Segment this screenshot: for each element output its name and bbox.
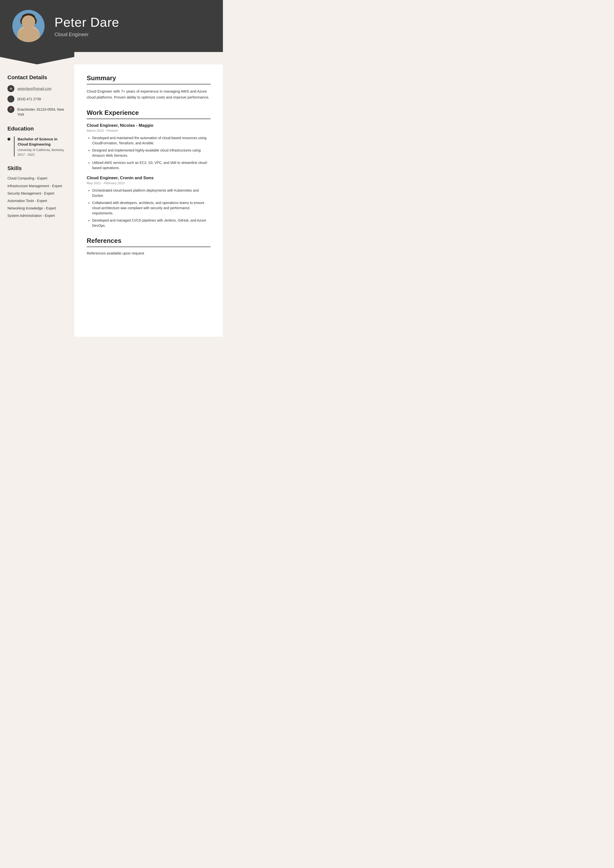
avatar (12, 10, 45, 42)
references-title: References (87, 237, 210, 247)
job-2-bullets: Orchestrated cloud-based platform deploy… (87, 188, 210, 228)
job-1-period: March 2023 - Present (87, 129, 210, 132)
address-text: Enachester, 91210-0554, New York (17, 106, 67, 117)
edu-year: 2017 - 2021 (17, 153, 67, 157)
edu-content: Bachelor of Science in Cloud Engineering… (14, 136, 67, 157)
work-experience-title: Work Experience (87, 109, 210, 119)
job-1-bullet-2: Designed and implemented highly-availabl… (92, 148, 210, 158)
education-item: Bachelor of Science in Cloud Engineering… (8, 136, 67, 157)
job-1: Cloud Engineer, Nicolas - Maggio March 2… (87, 123, 210, 170)
skill-item-2: Infrastructure Management - Expert (8, 184, 67, 188)
contact-title: Contact Details (8, 74, 67, 81)
job-2-period: May 2021 - February 2023 (87, 181, 210, 185)
email-icon: ✉ (8, 85, 14, 92)
header-text: Peter Dare Cloud Engineer (54, 15, 119, 37)
job-2-bullet-2: Collaborated with developers, architects… (92, 200, 210, 216)
edu-bullet (8, 138, 10, 141)
contact-email-item: ✉ peterdare@gmail.com (8, 85, 67, 92)
work-experience-section: Work Experience Cloud Engineer, Nicolas … (87, 109, 210, 228)
job-2-title: Cloud Engineer, Cronin and Sons (87, 175, 210, 180)
main-layout: Contact Details ✉ peterdare@gmail.com 📞 … (0, 64, 223, 337)
edu-school: University of California, Berkeley (17, 148, 67, 152)
skill-item-6: System Administration - Expert (8, 214, 67, 218)
skills-title: Skills (8, 165, 67, 172)
edu-degree: Bachelor of Science in Cloud Engineering (17, 136, 67, 147)
skill-item-5: Networking Knowledge - Expert (8, 206, 67, 211)
summary-title: Summary (87, 74, 210, 84)
references-section: References References available upon req… (87, 237, 210, 255)
education-section: Education Bachelor of Science in Cloud E… (8, 126, 67, 157)
avatar-container (12, 10, 45, 42)
chevron-divider (0, 52, 74, 64)
svg-point-3 (22, 13, 35, 21)
skill-item-3: Security Management - Expert (8, 191, 67, 195)
references-text: References available upon request (87, 251, 210, 255)
job-1-bullet-1: Developed and maintained the automation … (92, 135, 210, 146)
summary-section: Summary Cloud Engineer with 7+ years of … (87, 74, 210, 100)
phone-text: (819) 471 2739 (17, 96, 41, 102)
skill-item-4: Automation Tools - Expert (8, 198, 67, 203)
svg-point-5 (33, 17, 37, 25)
header: Peter Dare Cloud Engineer (0, 0, 223, 52)
content-area: Summary Cloud Engineer with 7+ years of … (74, 64, 223, 337)
svg-point-4 (20, 17, 24, 25)
svg-rect-6 (24, 21, 28, 23)
contact-address-item: 📍 Enachester, 91210-0554, New York (8, 106, 67, 117)
education-title: Education (8, 126, 67, 132)
contact-section: Contact Details ✉ peterdare@gmail.com 📞 … (8, 74, 67, 117)
job-2-bullet-1: Orchestrated cloud-based platform deploy… (92, 188, 210, 198)
svg-rect-7 (30, 21, 33, 23)
location-icon: 📍 (8, 106, 14, 113)
contact-phone-item: 📞 (819) 471 2739 (8, 96, 67, 102)
job-2: Cloud Engineer, Cronin and Sons May 2021… (87, 175, 210, 228)
person-name: Peter Dare (54, 15, 119, 30)
summary-text: Cloud Engineer with 7+ years of experien… (87, 88, 210, 100)
job-1-title: Cloud Engineer, Nicolas - Maggio (87, 123, 210, 128)
job-1-bullet-3: Utilized AWS services such as EC2, S3, V… (92, 160, 210, 170)
email-text: peterdare@gmail.com (17, 85, 51, 91)
sidebar: Contact Details ✉ peterdare@gmail.com 📞 … (0, 64, 74, 337)
svg-point-10 (20, 30, 37, 42)
avatar-image (12, 10, 45, 42)
skills-section: Skills Cloud Computing - Expert Infrastr… (8, 165, 67, 218)
phone-icon: 📞 (8, 96, 14, 102)
job-1-bullets: Developed and maintained the automation … (87, 135, 210, 170)
job-2-bullet-3: Developed and managed CI/CD pipelines wi… (92, 218, 210, 228)
skills-list: Cloud Computing - Expert Infrastructure … (8, 176, 67, 218)
skill-item-1: Cloud Computing - Expert (8, 176, 67, 180)
svg-point-9 (25, 25, 33, 29)
person-title: Cloud Engineer (54, 32, 119, 37)
